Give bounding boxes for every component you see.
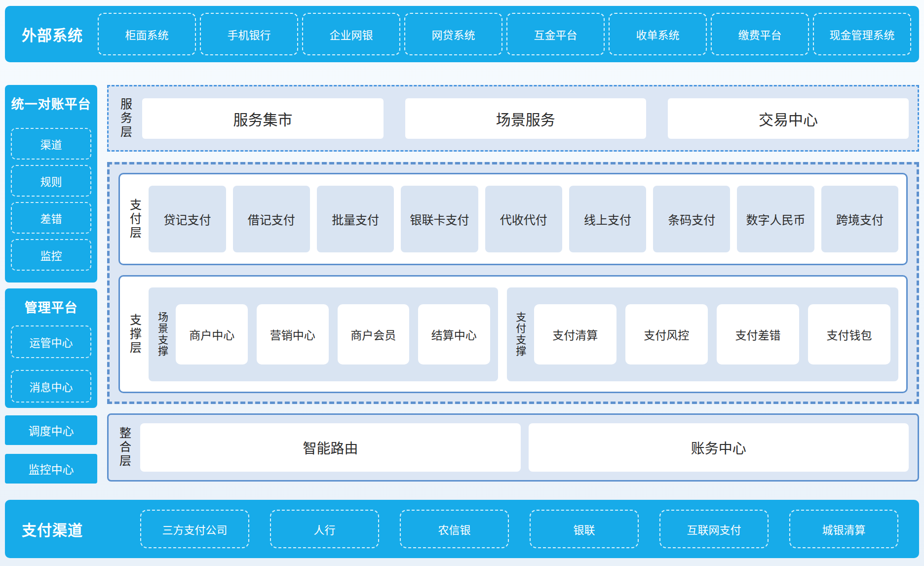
- service-box: 场景服务: [405, 98, 646, 139]
- main-column: 服务层 服务集市 场景服务 交易中心 支付层 贷记支付 借记支付 批量支付 银联…: [107, 85, 919, 486]
- payment-support-box: 支付钱包: [808, 304, 890, 364]
- middle-region: 统一对账平台 渠道 规则 差错 监控 管理平台 运管中心 消息中心 调度中心 监…: [5, 85, 919, 486]
- payment-support-box: 支付差错: [717, 304, 799, 364]
- scene-support-box: 营销中心: [257, 304, 329, 364]
- external-system-box: 缴费平台: [711, 13, 809, 55]
- left-sidebar: 统一对账平台 渠道 规则 差错 监控 管理平台 运管中心 消息中心 调度中心 监…: [5, 85, 97, 486]
- payment-box: 代收代付: [485, 186, 562, 252]
- payment-channel-box: 农信银: [400, 510, 509, 548]
- external-system-box: 现金管理系统: [813, 13, 911, 55]
- payment-layer-items: 贷记支付 借记支付 批量支付 银联卡支付 代收代付 线上支付 条码支付 数字人民…: [149, 186, 898, 252]
- external-systems-items: 柜面系统 手机银行 企业网银 网贷系统 互金平台 收单系统 缴费平台 现金管理系…: [96, 6, 913, 62]
- payment-box: 借记支付: [233, 186, 310, 252]
- reconciliation-item: 差错: [11, 202, 91, 234]
- architecture-diagram: 外部系统 柜面系统 手机银行 企业网银 网贷系统 互金平台 收单系统 缴费平台 …: [0, 0, 924, 566]
- support-layer-label: 支撑层: [128, 314, 141, 355]
- external-system-box: 互金平台: [506, 13, 605, 55]
- service-layer-items: 服务集市 场景服务 交易中心: [142, 98, 909, 139]
- service-layer: 服务层 服务集市 场景服务 交易中心: [107, 85, 919, 152]
- support-layer: 支撑层 场景支撑 商户中心 营销中心 商户会员 结算中心: [118, 275, 908, 393]
- monitor-center-box: 监控中心: [5, 454, 97, 484]
- payment-channels-banner: 支付渠道 三方支付公司 人行 农信银 银联 互联网支付 城银清算: [5, 500, 919, 558]
- external-system-box: 企业网银: [302, 13, 400, 55]
- core-layers-wrapper: 支付层 贷记支付 借记支付 批量支付 银联卡支付 代收代付 线上支付 条码支付 …: [107, 162, 919, 404]
- payment-support-box: 支付风控: [625, 304, 708, 364]
- payment-box: 条码支付: [653, 186, 730, 252]
- payment-box: 跨境支付: [821, 186, 898, 252]
- payment-box: 线上支付: [569, 186, 646, 252]
- payment-channel-box: 互联网支付: [659, 510, 769, 548]
- scene-support-label: 场景支撑: [156, 312, 168, 357]
- payment-layer-label: 支付层: [128, 199, 141, 240]
- service-box: 服务集市: [142, 98, 383, 139]
- external-system-box: 柜面系统: [98, 13, 196, 55]
- payment-box: 批量支付: [317, 186, 394, 252]
- payment-channel-box: 人行: [270, 510, 379, 548]
- scene-support-box: 商户会员: [338, 304, 410, 364]
- integration-layer-items: 智能路由 账务中心: [140, 423, 909, 472]
- external-systems-banner: 外部系统 柜面系统 手机银行 企业网银 网贷系统 互金平台 收单系统 缴费平台 …: [5, 6, 919, 62]
- payment-channel-box: 城银清算: [789, 510, 898, 548]
- external-system-box: 网贷系统: [404, 13, 502, 55]
- service-box: 交易中心: [668, 98, 909, 139]
- payment-support-items: 支付清算 支付风控 支付差错 支付钱包: [534, 304, 890, 364]
- reconciliation-platform-items: 渠道 规则 差错 监控: [11, 128, 91, 271]
- payment-support-box: 支付清算: [534, 304, 616, 364]
- reconciliation-platform-panel: 统一对账平台 渠道 规则 差错 监控: [5, 85, 97, 283]
- payment-channel-box: 银联: [530, 510, 639, 548]
- payment-support-group: 支付支撑 支付清算 支付风控 支付差错 支付钱包: [507, 287, 898, 381]
- integration-box: 账务中心: [529, 423, 909, 472]
- scene-support-items: 商户中心 营销中心 商户会员 结算中心: [176, 304, 490, 364]
- reconciliation-platform-title: 统一对账平台: [11, 94, 91, 112]
- external-system-box: 手机银行: [200, 13, 298, 55]
- external-system-box: 收单系统: [609, 13, 707, 55]
- payment-support-label: 支付支撑: [515, 312, 526, 357]
- management-platform-panel: 管理平台 运管中心 消息中心: [5, 288, 97, 408]
- dispatch-center-box: 调度中心: [5, 415, 97, 445]
- management-platform-title: 管理平台: [11, 297, 91, 316]
- management-platform-items: 运管中心 消息中心: [11, 325, 91, 403]
- payment-box: 数字人民币: [737, 186, 814, 252]
- reconciliation-item: 规则: [11, 165, 91, 197]
- integration-layer: 整合层 智能路由 账务中心: [107, 413, 919, 482]
- integration-box: 智能路由: [140, 423, 520, 472]
- external-systems-title: 外部系统: [22, 23, 96, 45]
- management-item: 运管中心: [11, 325, 91, 358]
- support-layer-groups: 场景支撑 商户中心 营销中心 商户会员 结算中心 支付支撑 支付清算: [149, 287, 898, 381]
- payment-layer: 支付层 贷记支付 借记支付 批量支付 银联卡支付 代收代付 线上支付 条码支付 …: [118, 173, 908, 265]
- payment-channels-title: 支付渠道: [22, 518, 96, 540]
- integration-layer-label: 整合层: [117, 427, 130, 468]
- payment-channel-box: 三方支付公司: [140, 510, 249, 548]
- reconciliation-item: 监控: [11, 239, 91, 271]
- scene-support-box: 结算中心: [418, 304, 490, 364]
- reconciliation-item: 渠道: [11, 128, 91, 160]
- scene-support-group: 场景支撑 商户中心 营销中心 商户会员 结算中心: [149, 287, 498, 381]
- management-item: 消息中心: [11, 370, 91, 403]
- payment-channels-items: 三方支付公司 人行 农信银 银联 互联网支付 城银清算: [96, 500, 910, 558]
- payment-box: 银联卡支付: [401, 186, 478, 252]
- service-layer-label: 服务层: [118, 98, 131, 139]
- scene-support-box: 商户中心: [176, 304, 248, 364]
- payment-box: 贷记支付: [149, 186, 226, 252]
